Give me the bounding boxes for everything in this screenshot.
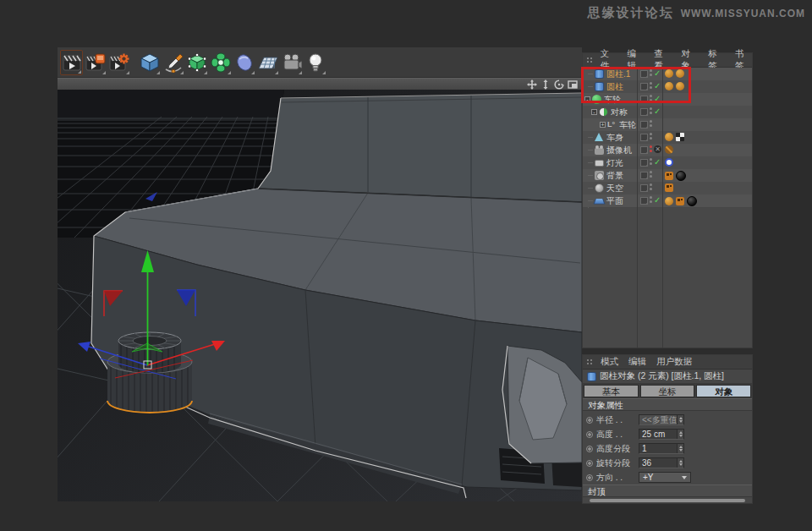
object-row-symmetry[interactable]: - 对称 ✓: [583, 106, 752, 118]
phong-tag-icon[interactable]: [676, 69, 684, 78]
viewport-3d-scene[interactable]: [58, 90, 582, 501]
rotation-segments-input[interactable]: 36: [639, 457, 684, 468]
tab-object[interactable]: 对象: [696, 385, 751, 397]
keyframe-circle-icon[interactable]: [586, 460, 593, 467]
stepper-arrows[interactable]: [677, 458, 683, 468]
light-icon[interactable]: [304, 50, 326, 75]
visibility-dots[interactable]: [650, 196, 652, 203]
visibility-dots[interactable]: [650, 133, 652, 140]
visibility-dots[interactable]: [650, 69, 652, 76]
am-menu-mode[interactable]: 模式: [601, 356, 618, 368]
expand-toggle-icon[interactable]: -: [584, 96, 590, 102]
enable-check-icon[interactable]: ✓: [654, 94, 661, 103]
layer-toggle[interactable]: [640, 172, 648, 179]
object-row-sky[interactable]: 天空: [583, 182, 752, 194]
spline-pen-icon[interactable]: [162, 50, 184, 75]
tab-basic[interactable]: 基本: [584, 385, 639, 397]
stepper-arrows[interactable]: [677, 430, 683, 439]
visibility-dots[interactable]: [650, 107, 652, 114]
object-row-car-body[interactable]: 车身: [583, 131, 752, 144]
object-row-wheel[interactable]: - 车轮 ✓: [583, 93, 752, 106]
phong-tag-icon[interactable]: [665, 82, 673, 90]
visibility-dots[interactable]: [650, 171, 652, 178]
render-settings-icon[interactable]: [107, 50, 130, 75]
compositing-tag-icon[interactable]: [676, 133, 684, 141]
keyframe-circle-icon[interactable]: [586, 474, 593, 481]
am-menu-edit[interactable]: 编辑: [628, 356, 646, 368]
object-row-light[interactable]: 灯光 ✓: [583, 156, 752, 169]
compositing-tag-icon[interactable]: [676, 197, 684, 205]
stepper-arrows[interactable]: [677, 415, 683, 424]
enable-check-icon[interactable]: ✓: [654, 107, 661, 116]
render-view-icon[interactable]: [60, 50, 83, 75]
section-caps[interactable]: 封顶: [583, 484, 752, 497]
height-segments-input[interactable]: 1: [639, 443, 684, 454]
section-object-properties[interactable]: 对象属性: [583, 398, 752, 411]
layer-toggle[interactable]: [640, 121, 648, 129]
stepper-arrows[interactable]: [677, 444, 683, 453]
layer-toggle[interactable]: [640, 197, 648, 205]
object-row-background[interactable]: 背景: [583, 169, 752, 182]
visibility-dots[interactable]: [650, 95, 652, 101]
panel-grip-icon[interactable]: [586, 57, 594, 64]
visibility-dots[interactable]: [650, 183, 652, 190]
attribute-manager-menubar: 模式 编辑 用户数据: [583, 355, 752, 370]
enable-check-icon[interactable]: ✓: [654, 68, 661, 78]
keyframe-circle-icon[interactable]: [586, 417, 593, 424]
height-input[interactable]: 25 cm: [639, 429, 684, 440]
camera-disabled-icon[interactable]: ✕: [654, 145, 661, 153]
environment-icon[interactable]: [233, 50, 255, 75]
phong-tag-icon[interactable]: [665, 133, 673, 141]
phong-tag-icon[interactable]: [676, 82, 684, 90]
dolly-view-icon[interactable]: [540, 79, 551, 90]
orientation-dropdown[interactable]: +Y: [639, 472, 691, 483]
panel-grip-icon[interactable]: [586, 359, 594, 366]
compositing-tag-icon[interactable]: [665, 183, 673, 192]
pan-view-icon[interactable]: [527, 79, 537, 90]
visibility-dots[interactable]: [650, 82, 652, 89]
material-tag-icon[interactable]: [676, 171, 686, 181]
phong-tag-icon[interactable]: [665, 197, 673, 205]
object-row-wheel-child[interactable]: + L° 车轮: [583, 118, 752, 131]
floor-icon[interactable]: [256, 50, 279, 75]
layer-toggle[interactable]: [640, 96, 648, 103]
toggle-view-icon[interactable]: [568, 79, 578, 90]
layer-toggle[interactable]: [640, 108, 648, 116]
tab-coordinates[interactable]: 坐标: [640, 385, 695, 397]
layer-toggle[interactable]: [640, 184, 648, 192]
enable-check-icon[interactable]: ✓: [654, 195, 661, 205]
enable-check-icon[interactable]: ✓: [654, 157, 661, 167]
expand-toggle-icon[interactable]: -: [591, 109, 597, 115]
deformer-icon[interactable]: [209, 50, 232, 75]
expand-toggle-icon[interactable]: +: [600, 122, 606, 128]
keyframe-circle-icon[interactable]: [586, 446, 593, 452]
layer-toggle[interactable]: [640, 70, 648, 78]
protection-tag-icon[interactable]: [665, 145, 673, 154]
layer-toggle[interactable]: [640, 134, 648, 141]
layer-toggle[interactable]: [640, 83, 648, 90]
subdivision-surface-icon[interactable]: [185, 50, 208, 75]
visibility-dots[interactable]: [650, 120, 652, 127]
am-menu-userdata[interactable]: 用户数据: [656, 356, 692, 368]
object-row-cylinder-1[interactable]: 圆柱.1 ✓: [583, 68, 752, 80]
object-row-camera[interactable]: 摄像机 ✕: [583, 144, 752, 156]
material-tag-icon[interactable]: [687, 196, 697, 206]
object-row-plane[interactable]: 平面 ✓: [583, 194, 752, 207]
rotate-view-icon[interactable]: [554, 79, 564, 90]
enable-check-icon[interactable]: ✓: [654, 81, 661, 90]
add-cube-icon[interactable]: [138, 50, 161, 75]
phong-tag-icon[interactable]: [665, 69, 673, 78]
compositing-tag-icon[interactable]: [665, 172, 673, 180]
target-tag-icon[interactable]: [665, 158, 673, 167]
horizontal-scrollbar[interactable]: [590, 499, 745, 502]
radius-input[interactable]: <<多重值: [639, 414, 684, 425]
object-row-cylinder[interactable]: 圆柱 ✓: [583, 80, 752, 93]
render-picture-viewer-icon[interactable]: [84, 50, 107, 75]
camera-icon[interactable]: [280, 50, 303, 75]
cinema4d-window: 思缘设计论坛 WWW.MISSYUAN.COM: [0, 0, 812, 531]
keyframe-circle-icon[interactable]: [586, 431, 593, 438]
visibility-dots-red[interactable]: [650, 145, 652, 152]
layer-toggle[interactable]: [640, 159, 648, 167]
visibility-dots[interactable]: [650, 158, 652, 165]
layer-toggle[interactable]: [640, 146, 648, 154]
